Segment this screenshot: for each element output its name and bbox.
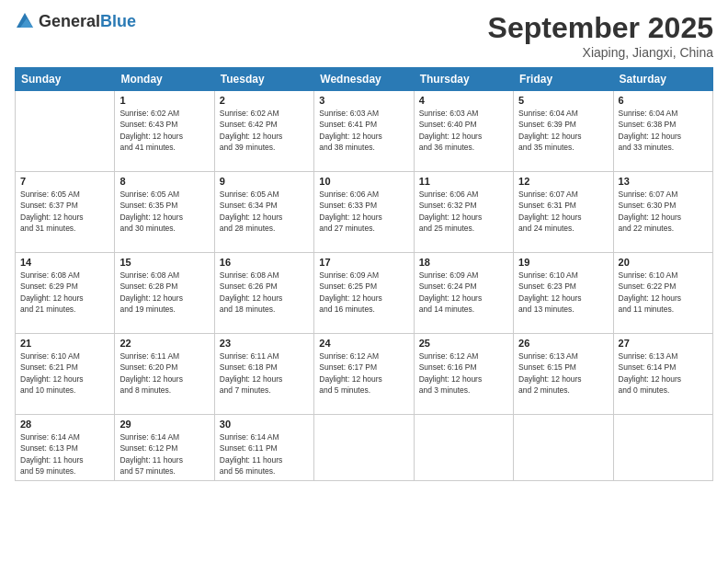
day-number: 20 bbox=[619, 257, 708, 268]
day-number: 24 bbox=[319, 338, 408, 349]
calendar-cell: 14Sunrise: 6:08 AM Sunset: 6:29 PM Dayli… bbox=[16, 253, 115, 334]
day-number: 21 bbox=[20, 338, 109, 349]
calendar-cell: 4Sunrise: 6:03 AM Sunset: 6:40 PM Daylig… bbox=[414, 91, 513, 172]
day-info: Sunrise: 6:12 AM Sunset: 6:17 PM Dayligh… bbox=[319, 350, 408, 396]
day-number: 5 bbox=[518, 95, 608, 106]
day-info: Sunrise: 6:04 AM Sunset: 6:39 PM Dayligh… bbox=[518, 108, 608, 153]
logo-icon bbox=[15, 11, 35, 31]
day-info: Sunrise: 6:08 AM Sunset: 6:29 PM Dayligh… bbox=[20, 270, 109, 315]
calendar-cell: 22Sunrise: 6:11 AM Sunset: 6:20 PM Dayli… bbox=[115, 334, 214, 415]
calendar-cell bbox=[314, 415, 414, 481]
day-info: Sunrise: 6:10 AM Sunset: 6:23 PM Dayligh… bbox=[518, 270, 608, 315]
calendar-cell: 19Sunrise: 6:10 AM Sunset: 6:23 PM Dayli… bbox=[514, 253, 613, 334]
day-info: Sunrise: 6:09 AM Sunset: 6:25 PM Dayligh… bbox=[319, 270, 408, 315]
day-number: 1 bbox=[119, 95, 209, 106]
calendar-cell: 24Sunrise: 6:12 AM Sunset: 6:17 PM Dayli… bbox=[314, 334, 414, 415]
day-info: Sunrise: 6:14 AM Sunset: 6:12 PM Dayligh… bbox=[119, 431, 209, 477]
day-info: Sunrise: 6:07 AM Sunset: 6:31 PM Dayligh… bbox=[518, 189, 608, 234]
title-block: September 2025 Xiaping, Jiangxi, China bbox=[488, 11, 713, 60]
day-number: 3 bbox=[319, 95, 408, 106]
calendar-cell: 7Sunrise: 6:05 AM Sunset: 6:37 PM Daylig… bbox=[16, 172, 115, 253]
calendar-cell: 18Sunrise: 6:09 AM Sunset: 6:24 PM Dayli… bbox=[414, 253, 513, 334]
day-info: Sunrise: 6:06 AM Sunset: 6:33 PM Dayligh… bbox=[319, 189, 408, 234]
day-number: 29 bbox=[119, 419, 209, 430]
calendar-cell: 2Sunrise: 6:02 AM Sunset: 6:42 PM Daylig… bbox=[214, 91, 313, 172]
calendar-header: SundayMondayTuesdayWednesdayThursdayFrid… bbox=[16, 68, 713, 91]
day-info: Sunrise: 6:07 AM Sunset: 6:30 PM Dayligh… bbox=[619, 189, 708, 234]
week-row-5: 28Sunrise: 6:14 AM Sunset: 6:13 PM Dayli… bbox=[16, 415, 713, 481]
day-number: 13 bbox=[619, 176, 708, 187]
day-number: 12 bbox=[518, 176, 608, 187]
calendar-cell: 10Sunrise: 6:06 AM Sunset: 6:33 PM Dayli… bbox=[314, 172, 414, 253]
calendar-cell: 16Sunrise: 6:08 AM Sunset: 6:26 PM Dayli… bbox=[214, 253, 313, 334]
day-info: Sunrise: 6:09 AM Sunset: 6:24 PM Dayligh… bbox=[419, 270, 508, 315]
day-info: Sunrise: 6:14 AM Sunset: 6:13 PM Dayligh… bbox=[20, 431, 109, 477]
day-info: Sunrise: 6:13 AM Sunset: 6:15 PM Dayligh… bbox=[518, 350, 608, 396]
day-number: 2 bbox=[220, 95, 309, 106]
week-row-2: 7Sunrise: 6:05 AM Sunset: 6:37 PM Daylig… bbox=[16, 172, 713, 253]
calendar-cell: 9Sunrise: 6:05 AM Sunset: 6:34 PM Daylig… bbox=[214, 172, 313, 253]
calendar-cell: 26Sunrise: 6:13 AM Sunset: 6:15 PM Dayli… bbox=[514, 334, 613, 415]
calendar-cell: 11Sunrise: 6:06 AM Sunset: 6:32 PM Dayli… bbox=[414, 172, 513, 253]
calendar-cell: 25Sunrise: 6:12 AM Sunset: 6:16 PM Dayli… bbox=[414, 334, 513, 415]
day-number: 28 bbox=[20, 419, 109, 430]
calendar-cell: 20Sunrise: 6:10 AM Sunset: 6:22 PM Dayli… bbox=[613, 253, 712, 334]
calendar-cell bbox=[414, 415, 513, 481]
calendar-cell: 3Sunrise: 6:03 AM Sunset: 6:41 PM Daylig… bbox=[314, 91, 414, 172]
day-number: 14 bbox=[20, 257, 109, 268]
day-number: 15 bbox=[119, 257, 209, 268]
day-number: 25 bbox=[419, 338, 508, 349]
day-info: Sunrise: 6:14 AM Sunset: 6:11 PM Dayligh… bbox=[220, 431, 309, 477]
day-number: 6 bbox=[619, 95, 708, 106]
calendar-cell: 23Sunrise: 6:11 AM Sunset: 6:18 PM Dayli… bbox=[214, 334, 313, 415]
weekday-thursday: Thursday bbox=[414, 68, 513, 91]
weekday-wednesday: Wednesday bbox=[314, 68, 414, 91]
day-info: Sunrise: 6:02 AM Sunset: 6:42 PM Dayligh… bbox=[220, 108, 309, 153]
calendar-cell: 5Sunrise: 6:04 AM Sunset: 6:39 PM Daylig… bbox=[514, 91, 613, 172]
calendar-cell bbox=[16, 91, 115, 172]
day-info: Sunrise: 6:03 AM Sunset: 6:41 PM Dayligh… bbox=[319, 108, 408, 153]
week-row-1: 1Sunrise: 6:02 AM Sunset: 6:43 PM Daylig… bbox=[16, 91, 713, 172]
weekday-row: SundayMondayTuesdayWednesdayThursdayFrid… bbox=[16, 68, 713, 91]
calendar-cell bbox=[514, 415, 613, 481]
day-number: 23 bbox=[220, 338, 309, 349]
day-info: Sunrise: 6:05 AM Sunset: 6:34 PM Dayligh… bbox=[220, 189, 309, 234]
calendar-cell: 12Sunrise: 6:07 AM Sunset: 6:31 PM Dayli… bbox=[514, 172, 613, 253]
weekday-tuesday: Tuesday bbox=[214, 68, 313, 91]
day-number: 30 bbox=[220, 419, 309, 430]
day-number: 4 bbox=[419, 95, 508, 106]
day-info: Sunrise: 6:10 AM Sunset: 6:21 PM Dayligh… bbox=[20, 350, 109, 396]
day-number: 9 bbox=[220, 176, 309, 187]
day-info: Sunrise: 6:08 AM Sunset: 6:26 PM Dayligh… bbox=[220, 270, 309, 315]
header: GeneralBlue September 2025 Xiaping, Jian… bbox=[15, 11, 713, 60]
calendar-cell: 6Sunrise: 6:04 AM Sunset: 6:38 PM Daylig… bbox=[613, 91, 712, 172]
day-number: 8 bbox=[119, 176, 209, 187]
day-number: 11 bbox=[419, 176, 508, 187]
calendar-cell: 17Sunrise: 6:09 AM Sunset: 6:25 PM Dayli… bbox=[314, 253, 414, 334]
logo: GeneralBlue bbox=[15, 11, 136, 31]
day-info: Sunrise: 6:11 AM Sunset: 6:20 PM Dayligh… bbox=[119, 350, 209, 396]
day-number: 17 bbox=[319, 257, 408, 268]
calendar-cell: 8Sunrise: 6:05 AM Sunset: 6:35 PM Daylig… bbox=[115, 172, 214, 253]
week-row-4: 21Sunrise: 6:10 AM Sunset: 6:21 PM Dayli… bbox=[16, 334, 713, 415]
calendar-cell: 21Sunrise: 6:10 AM Sunset: 6:21 PM Dayli… bbox=[16, 334, 115, 415]
weekday-monday: Monday bbox=[115, 68, 214, 91]
calendar-cell: 30Sunrise: 6:14 AM Sunset: 6:11 PM Dayli… bbox=[214, 415, 313, 481]
location: Xiaping, Jiangxi, China bbox=[488, 45, 713, 60]
day-number: 27 bbox=[619, 338, 708, 349]
day-number: 26 bbox=[518, 338, 608, 349]
calendar-cell: 28Sunrise: 6:14 AM Sunset: 6:13 PM Dayli… bbox=[16, 415, 115, 481]
day-number: 19 bbox=[518, 257, 608, 268]
weekday-saturday: Saturday bbox=[613, 68, 712, 91]
day-info: Sunrise: 6:12 AM Sunset: 6:16 PM Dayligh… bbox=[419, 350, 508, 396]
calendar-body: 1Sunrise: 6:02 AM Sunset: 6:43 PM Daylig… bbox=[16, 91, 713, 481]
day-number: 18 bbox=[419, 257, 508, 268]
day-info: Sunrise: 6:05 AM Sunset: 6:37 PM Dayligh… bbox=[20, 189, 109, 234]
weekday-sunday: Sunday bbox=[16, 68, 115, 91]
day-info: Sunrise: 6:02 AM Sunset: 6:43 PM Dayligh… bbox=[119, 108, 209, 153]
day-info: Sunrise: 6:13 AM Sunset: 6:14 PM Dayligh… bbox=[619, 350, 708, 396]
day-number: 22 bbox=[119, 338, 209, 349]
day-info: Sunrise: 6:03 AM Sunset: 6:40 PM Dayligh… bbox=[419, 108, 508, 153]
calendar-cell: 29Sunrise: 6:14 AM Sunset: 6:12 PM Dayli… bbox=[115, 415, 214, 481]
day-info: Sunrise: 6:08 AM Sunset: 6:28 PM Dayligh… bbox=[119, 270, 209, 315]
